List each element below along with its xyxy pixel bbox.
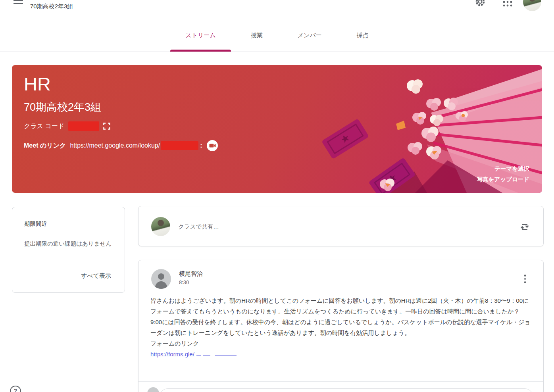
tab-classwork[interactable]: 授業 (233, 27, 280, 52)
comment-user-avatar (147, 387, 159, 392)
view-all-button[interactable]: すべて表示 (81, 272, 111, 280)
add-comment-input[interactable] (159, 388, 533, 392)
post-author-avatar (151, 269, 171, 289)
class-tabs: ストリーム 授業 メンバー 採点 (0, 27, 554, 52)
user-avatar (151, 217, 170, 236)
meet-camera-icon[interactable] (206, 140, 218, 152)
class-code-redaction (68, 121, 99, 131)
form-link-redaction-segment (203, 350, 210, 356)
post-timestamp: 8:30 (179, 279, 189, 285)
reuse-post-icon[interactable] (519, 221, 531, 234)
google-apps-grid-icon[interactable] (502, 0, 513, 9)
form-link-label: フォームのリンク (150, 338, 531, 349)
form-link[interactable]: https://forms.gle/ (150, 349, 194, 359)
share-placeholder: クラスで共有… (178, 223, 219, 231)
class-code-expand-icon[interactable] (103, 123, 110, 130)
post-more-options-icon[interactable] (522, 272, 529, 287)
stream-post: 横尾智治 8:30 皆さんおはようございます。朝のHRの時間としてこのフォームに… (138, 260, 544, 392)
class-banner: HR 70期高校2年3組 クラス コード Meet のリンク https://m… (12, 65, 542, 193)
share-with-class-box[interactable]: クラスで共有… (138, 206, 544, 246)
account-avatar[interactable] (523, 0, 541, 11)
meet-link-redaction (161, 141, 198, 150)
meet-link-url[interactable]: https://meet.google.com/lookup/ (70, 142, 160, 149)
menu-icon[interactable] (13, 0, 23, 6)
upcoming-work-card: 期限間近 提出期限の近い課題はありません すべて表示 (12, 207, 125, 293)
post-body: 皆さんおはようございます。朝のHRの時間としてこのフォームに回答をお願いします。… (150, 295, 531, 359)
upcoming-title: 期限間近 (24, 220, 47, 228)
tab-stream[interactable]: ストリーム (168, 27, 233, 52)
upcoming-empty-text: 提出期限の近い課題はありません (24, 239, 115, 249)
settings-gear-icon[interactable] (475, 0, 486, 9)
help-icon[interactable]: ? (10, 386, 21, 392)
post-divider (138, 381, 543, 382)
class-name-subtitle: 70期高校2年3組 (24, 100, 101, 114)
post-author-name: 横尾智治 (179, 270, 203, 278)
form-link-redaction-segment (196, 350, 201, 356)
upload-photo-link[interactable]: 写真をアップロード (477, 174, 529, 185)
meet-link-label: Meet のリンク (24, 142, 66, 150)
tab-people[interactable]: メンバー (280, 27, 339, 52)
form-link-redaction-segment (215, 350, 237, 356)
tab-grades[interactable]: 採点 (339, 27, 386, 52)
class-code-label: クラス コード (24, 122, 64, 131)
classroom-class-title[interactable]: 70期高校2年3組 (30, 3, 73, 10)
tabs-divider (0, 52, 554, 52)
select-theme-link[interactable]: テーマを選択 (477, 163, 529, 174)
meet-link-url-suffix: : (200, 142, 202, 149)
post-text: 皆さんおはようございます。朝のHRの時間としてこのフォームに回答をお願いします。… (150, 295, 531, 338)
class-name-title: HR (24, 73, 51, 95)
